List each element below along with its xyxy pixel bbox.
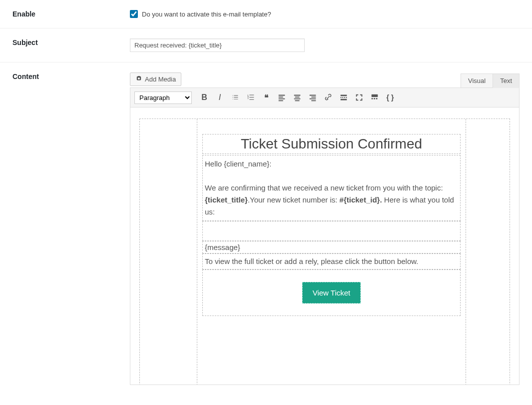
fullscreen-icon[interactable] [352,90,366,104]
svg-rect-3 [374,98,375,100]
read-more-icon[interactable] [337,90,351,104]
editor-toolbar: Paragraph B I ❝ [130,88,520,108]
editor-content-area[interactable]: Ticket Submission Confirmed Hello {clien… [130,108,520,385]
bullet-list-icon[interactable] [228,90,242,104]
tab-visual[interactable]: Visual [461,74,493,88]
enable-checkbox[interactable] [130,10,138,18]
content-row: Content Add Media Visual Text Paragraph [0,62,532,395]
view-ticket-button[interactable]: View Ticket [302,282,361,304]
email-message: {message} [202,241,461,254]
subject-input[interactable] [130,38,305,52]
blockquote-icon[interactable]: ❝ [259,90,273,104]
braces-icon[interactable]: { } [383,90,397,104]
align-left-icon[interactable] [275,90,289,104]
svg-rect-2 [372,98,373,100]
italic-icon[interactable]: I [213,90,227,104]
toolbar-toggle-icon[interactable] [368,90,382,104]
email-greeting: Hello {client_name}: [205,158,458,170]
format-select[interactable]: Paragraph [134,92,192,104]
subject-row: Subject [0,28,532,62]
email-greeting-cell: Hello {client_name}: We are confirming t… [202,155,461,221]
svg-rect-1 [372,94,378,97]
align-right-icon[interactable] [306,90,320,104]
email-heading: Ticket Submission Confirmed [202,134,461,154]
numbered-list-icon[interactable] [244,90,258,104]
email-right-spacer [466,119,510,385]
enable-checkbox-wrap[interactable]: Do you want to activate this e-mail temp… [130,10,520,18]
content-label: Content [12,72,130,80]
enable-row: Enable Do you want to activate this e-ma… [0,0,532,28]
bold-icon[interactable]: B [197,90,211,104]
link-icon[interactable] [321,90,335,104]
email-footer: To view the full ticket or add a rely, p… [202,254,461,270]
email-button-cell: View Ticket [202,270,461,316]
email-left-spacer [140,119,197,385]
email-body: We are confirming that we received a new… [205,182,458,218]
svg-rect-4 [376,98,378,100]
subject-label: Subject [12,38,130,46]
align-center-icon[interactable] [290,90,304,104]
enable-checkbox-text: Do you want to activate this e-mail temp… [142,10,271,18]
tab-text[interactable]: Text [493,74,520,88]
email-outer-table: Ticket Submission Confirmed Hello {clien… [139,118,510,385]
enable-label: Enable [12,10,130,18]
email-spacer [202,221,461,241]
